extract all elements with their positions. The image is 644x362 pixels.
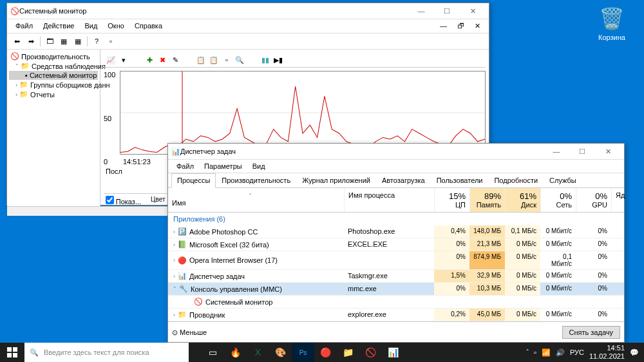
copy-button[interactable]: 📋: [195, 54, 207, 66]
menu-view[interactable]: Вид: [79, 21, 102, 32]
table-row[interactable]: › 📊 Диспетчер задачTaskmgr.exe1,5%32,9 М…: [168, 270, 624, 283]
close-button[interactable]: ✕: [595, 144, 621, 160]
tab-performance[interactable]: Производительность: [216, 173, 296, 187]
forward-button[interactable]: ➡: [24, 35, 37, 48]
tab-users[interactable]: Пользователи: [431, 173, 489, 187]
maximize-button[interactable]: ☐: [569, 144, 595, 160]
taskbar-app-photoshop[interactable]: Ps: [292, 343, 314, 362]
menu-file[interactable]: Файл: [10, 21, 38, 32]
tab-apphistory[interactable]: Журнал приложений: [296, 173, 376, 187]
taskbar-app-explorer[interactable]: 📁: [337, 343, 359, 362]
tree-root[interactable]: 🚫 Производительность: [9, 52, 98, 61]
table-row[interactable]: ˅ 🔧 Консоль управления (MMC)mmc.exe0%10,…: [168, 283, 624, 296]
back-button[interactable]: ⬅: [10, 35, 23, 48]
toolbar-btn[interactable]: ▫: [104, 35, 117, 48]
taskbar-app-opera[interactable]: 🔴: [314, 343, 337, 362]
menu-view[interactable]: Вид: [247, 161, 270, 171]
trash-icon: [599, 6, 625, 32]
chart-ylabels: 100 50 0: [104, 71, 115, 166]
system-tray: ˆ ▫ 📶 🔊 РУС 14:51 11.02.2021 💬: [521, 344, 644, 361]
menu-file[interactable]: Файл: [171, 161, 199, 171]
taskmgr-tabs: Процессы Производительность Журнал прило…: [168, 173, 624, 188]
freeze-button[interactable]: ▮▮: [260, 54, 271, 66]
tree-reports[interactable]: ›📁 Отчеты: [9, 90, 98, 99]
perfmon-toolbar: ⬅ ➡ 🗔 ▦ ▦ ? ▫: [7, 33, 489, 50]
toolbar-btn[interactable]: 🗔: [43, 35, 56, 48]
menu-action[interactable]: Действие: [38, 21, 79, 32]
maximize-button[interactable]: ☐: [434, 3, 460, 19]
taskmgr-menubar: Файл Параметры Вид: [168, 160, 624, 173]
taskmgr-footer: ⊙ Меньше Снять задачу: [168, 321, 624, 343]
taskmgr-icon: 📊: [171, 148, 180, 156]
tab-processes[interactable]: Процессы: [171, 173, 216, 188]
menu-help[interactable]: Справка: [129, 21, 167, 32]
search-box[interactable]: 🔍 Введите здесь текст для поиска: [24, 343, 189, 362]
view-button[interactable]: ▾: [118, 54, 129, 66]
tray-wifi-icon[interactable]: 📶: [542, 348, 551, 357]
taskmgr-window: 📊 Диспетчер задач — ☐ ✕ Файл Параметры В…: [167, 143, 625, 343]
taskbar-app-perfmon[interactable]: 🚫: [359, 343, 382, 362]
start-button[interactable]: [0, 343, 24, 362]
taskmgr-titlebar[interactable]: 📊 Диспетчер задач — ☐ ✕: [168, 144, 624, 160]
tray-network-icon[interactable]: ▫: [534, 348, 536, 356]
taskmgr-title: Диспетчер задач: [180, 148, 544, 155]
perfmon-titlebar[interactable]: 🚫 Системный монитор — ☐ ✕: [7, 3, 489, 19]
tray-sound-icon[interactable]: 🔊: [556, 348, 565, 357]
remove-counter-button[interactable]: ✖: [156, 54, 168, 66]
taskbar-app-taskmgr[interactable]: 📊: [382, 343, 404, 362]
props-button[interactable]: ▫: [221, 54, 232, 66]
perfmon-menubar: Файл Действие Вид Окно Справка — 🗗 ✕: [7, 19, 489, 33]
update-button[interactable]: ▶▮: [272, 54, 284, 66]
end-task-button[interactable]: Снять задачу: [562, 326, 621, 339]
perfmon-title: Системный монитор: [19, 7, 408, 15]
tray-clock[interactable]: 14:51 11.02.2021: [589, 344, 625, 361]
menu-window[interactable]: Окно: [102, 21, 129, 32]
process-table: ˆИмя Имя процесса 15%ЦП 89%Память 61%Дис…: [168, 188, 624, 321]
task-view-button[interactable]: ▭: [202, 343, 224, 362]
tab-services[interactable]: Службы: [544, 173, 582, 187]
perf-chart[interactable]: [120, 71, 486, 155]
close-button[interactable]: ✕: [460, 3, 486, 19]
fewer-details-button[interactable]: ⊙ Меньше: [172, 329, 207, 337]
help-button[interactable]: ?: [90, 35, 103, 48]
mdi-minimize[interactable]: —: [435, 21, 452, 32]
mdi-close[interactable]: ✕: [469, 21, 486, 32]
table-row[interactable]: › 📗 Microsoft Excel (32 бита)EXCEL.EXE0%…: [168, 238, 624, 251]
tray-chevron-icon[interactable]: ˆ: [526, 348, 529, 356]
paste-button[interactable]: 📋: [208, 54, 220, 66]
zoom-button[interactable]: 🔍: [234, 54, 245, 66]
tree-monitoring[interactable]: ˅📁 Средства наблюдения: [9, 61, 98, 71]
menu-options[interactable]: Параметры: [199, 161, 247, 171]
table-header[interactable]: ˆИмя Имя процесса 15%ЦП 89%Память 61%Дис…: [168, 188, 624, 213]
highlight-button[interactable]: ✎: [169, 54, 181, 66]
desktop-trash[interactable]: Корзина: [596, 6, 628, 41]
tray-lang[interactable]: РУС: [570, 348, 584, 356]
view-button[interactable]: 📈: [105, 54, 117, 66]
tree-sysmon[interactable]: ▪ Системный монитор: [9, 71, 98, 80]
minimize-button[interactable]: —: [408, 3, 434, 19]
perfmon-tree[interactable]: 🚫 Производительность ˅📁 Средства наблюде…: [7, 50, 100, 206]
trash-label: Корзина: [596, 33, 628, 41]
table-row[interactable]: › 📁 Проводникexplorer.exe0,2%45,0 МБ0 МБ…: [168, 309, 624, 321]
taskbar-app-excel[interactable]: X: [247, 343, 269, 362]
tree-collectors[interactable]: ›📁 Группы сборщиков данн: [9, 80, 98, 90]
table-row[interactable]: 🚫 Системный монитор: [168, 296, 624, 309]
minimize-button[interactable]: —: [544, 144, 569, 160]
table-row[interactable]: › 🔴 Opera Internet Browser (17)0%874,9 М…: [168, 251, 624, 270]
toolbar-btn[interactable]: ▦: [71, 35, 84, 48]
mdi-restore[interactable]: 🗗: [452, 21, 469, 32]
tab-details[interactable]: Подробности: [488, 173, 544, 187]
svg-rect-4: [7, 353, 12, 357]
add-counter-button[interactable]: ✚: [144, 54, 155, 66]
tab-startup[interactable]: Автозагрузка: [376, 173, 431, 187]
search-icon: 🔍: [30, 348, 39, 357]
table-row[interactable]: › 🅿️ Adobe Photoshop CCPhotoshop.exe0,4%…: [168, 225, 624, 238]
legend-checkbox[interactable]: [106, 196, 114, 204]
taskbar-items: ▭ 🔥 X 🎨 Ps 🔴 📁 🚫 📊: [202, 343, 404, 362]
taskbar-app[interactable]: 🎨: [269, 343, 292, 362]
taskbar-app[interactable]: 🔥: [224, 343, 247, 362]
chart-toolbar: 📈 ▾ ✚ ✖ ✎ 📋 📋 ▫ 🔍 ▮▮ ▶▮: [104, 53, 486, 68]
toolbar-btn[interactable]: ▦: [57, 35, 70, 48]
tray-notifications-icon[interactable]: 💬: [630, 348, 639, 357]
group-apps[interactable]: Приложения (6): [168, 213, 624, 225]
